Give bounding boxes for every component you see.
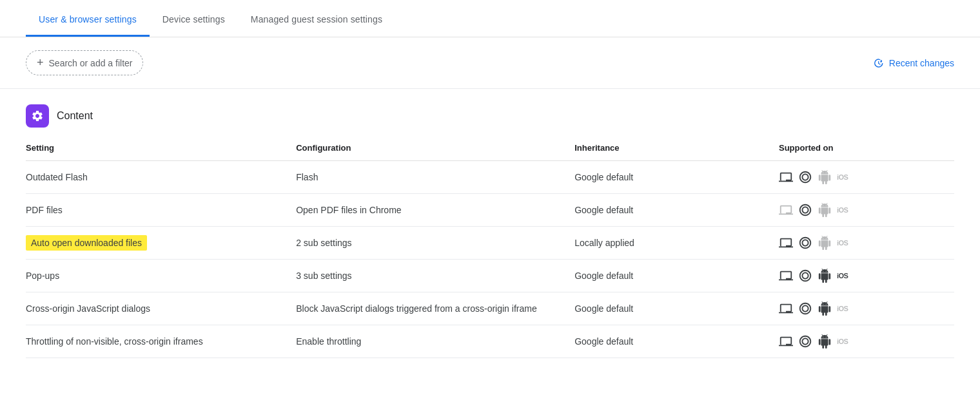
inheritance-cell: Google default [564, 292, 769, 325]
table-row: Outdated FlashFlashGoogle default iOS [26, 161, 954, 194]
config-cell: Flash [286, 161, 564, 194]
setting-cell[interactable]: Pop-ups [26, 260, 286, 292]
inheritance-cell: Google default [564, 161, 769, 194]
supported-cell: iOS [769, 325, 954, 358]
table-row: Auto open downloaded files2 sub settings… [26, 227, 954, 260]
setting-cell[interactable]: Outdated Flash [26, 161, 286, 194]
inheritance-cell: Google default [564, 325, 769, 358]
supported-icons: iOS [779, 203, 944, 217]
config-cell: 3 sub settings [286, 260, 564, 292]
history-icon [872, 57, 884, 69]
config-cell: Open PDF files in Chrome [286, 194, 564, 227]
supported-icons: iOS [779, 334, 944, 348]
tab-user-browser[interactable]: User & browser settings [26, 4, 150, 37]
content-section: Content Setting Configuration Inheritanc… [0, 89, 980, 358]
supported-icons: iOS [779, 170, 944, 184]
search-filter-button[interactable]: + Search or add a filter [26, 50, 143, 75]
table-row: Pop-ups3 sub settingsGoogle default iOS [26, 260, 954, 292]
tab-managed-guest[interactable]: Managed guest session settings [238, 4, 395, 37]
setting-cell[interactable]: Auto open downloaded files [26, 227, 286, 260]
search-filter-label: Search or add a filter [49, 58, 133, 68]
plus-icon: + [37, 56, 44, 70]
tabs-bar: User & browser settings Device settings … [0, 0, 980, 37]
supported-cell: iOS [769, 194, 954, 227]
config-cell: 2 sub settings [286, 227, 564, 260]
col-header-config: Configuration [286, 135, 564, 161]
supported-cell: iOS [769, 161, 954, 194]
inheritance-cell: Google default [564, 194, 769, 227]
settings-table: Setting Configuration Inheritance Suppor… [26, 135, 954, 358]
setting-cell[interactable]: PDF files [26, 194, 286, 227]
config-cell: Block JavaScript dialogs triggered from … [286, 292, 564, 325]
supported-icons: iOS [779, 269, 944, 283]
supported-icons: iOS [779, 236, 944, 250]
tab-device[interactable]: Device settings [150, 4, 238, 37]
config-cell: Enable throttling [286, 325, 564, 358]
inheritance-cell: Google default [564, 260, 769, 292]
section-title: Content [57, 110, 93, 122]
filter-bar: + Search or add a filter Recent changes [0, 37, 980, 89]
section-header: Content [26, 97, 954, 135]
table-row: Throttling of non-visible, cross-origin … [26, 325, 954, 358]
table-row: Cross-origin JavaScript dialogsBlock Jav… [26, 292, 954, 325]
section-icon [26, 104, 49, 128]
setting-cell[interactable]: Cross-origin JavaScript dialogs [26, 292, 286, 325]
supported-icons: iOS [779, 301, 944, 316]
col-header-supported: Supported on [769, 135, 954, 161]
setting-cell[interactable]: Throttling of non-visible, cross-origin … [26, 325, 286, 358]
supported-cell: iOS [769, 292, 954, 325]
supported-cell: iOS [769, 227, 954, 260]
col-header-setting: Setting [26, 135, 286, 161]
table-row: PDF filesOpen PDF files in ChromeGoogle … [26, 194, 954, 227]
recent-changes-button[interactable]: Recent changes [872, 57, 954, 69]
inheritance-cell: Locally applied [564, 227, 769, 260]
table-header-row: Setting Configuration Inheritance Suppor… [26, 135, 954, 161]
recent-changes-label: Recent changes [889, 58, 954, 68]
supported-cell: iOS [769, 260, 954, 292]
col-header-inheritance: Inheritance [564, 135, 769, 161]
